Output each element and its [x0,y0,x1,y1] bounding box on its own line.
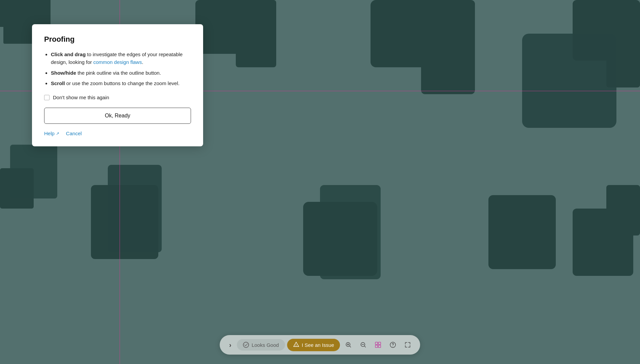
looks-good-button[interactable]: Looks Good [237,339,285,351]
ok-ready-button[interactable]: Ok, Ready [44,108,191,124]
help-link-text: Help [44,131,55,136]
bullet1-end: . [142,59,143,65]
bullet2-bold: Show/hide [51,70,76,76]
bullet1-bold: Click and drag [51,51,86,57]
dont-show-row: Don't show me this again [44,95,191,100]
svg-rect-4 [379,342,381,344]
fullscreen-icon [405,341,411,348]
svg-rect-5 [376,345,378,348]
help-link[interactable]: Help ↗ [44,131,59,136]
svg-point-8 [393,346,393,347]
help-button[interactable] [387,338,399,351]
issue-label: I See an Issue [302,342,334,348]
modal-instructions: Click and drag to investigate the edges … [44,50,191,87]
common-design-flaws-link[interactable]: common design flaws [93,59,142,65]
grid-button[interactable] [372,338,385,351]
svg-text:!: ! [295,343,296,347]
arrow-icon: › [229,341,231,349]
modal-title: Proofing [44,35,191,44]
zoom-in-button[interactable] [342,338,355,351]
svg-rect-6 [379,345,381,348]
bullet3-bold: Scroll [51,80,65,86]
modal-bullet-2: Show/hide the pink outline via the outli… [51,69,191,77]
grid-icon [375,341,382,348]
looks-good-label: Looks Good [252,342,279,348]
arrow-button[interactable]: › [226,339,235,351]
zoom-out-button[interactable] [357,338,370,351]
dont-show-label[interactable]: Don't show me this again [53,95,109,100]
zoom-in-icon [345,341,352,348]
bullet2-text: the pink outline via the outline button. [76,70,161,76]
modal-footer-links: Help ↗ Cancel [44,131,191,136]
external-link-icon: ↗ [56,131,59,136]
cancel-link[interactable]: Cancel [66,131,82,136]
bottom-toolbar: › Looks Good ! I See an Issue [220,335,420,355]
dont-show-checkbox[interactable] [44,95,50,100]
modal-bullet-1: Click and drag to investigate the edges … [51,50,191,66]
help-icon [390,341,396,348]
modal-bullet-3: Scroll or use the zoom buttons to change… [51,79,191,87]
zoom-out-icon [360,341,367,348]
see-issue-button[interactable]: ! I See an Issue [287,339,340,351]
fullscreen-button[interactable] [402,338,414,351]
check-icon [243,342,249,348]
warning-icon: ! [293,341,299,349]
svg-rect-3 [376,342,378,344]
proofing-modal: Proofing Click and drag to investigate t… [32,24,203,146]
bullet3-text: or use the zoom buttons to change the zo… [65,80,180,86]
